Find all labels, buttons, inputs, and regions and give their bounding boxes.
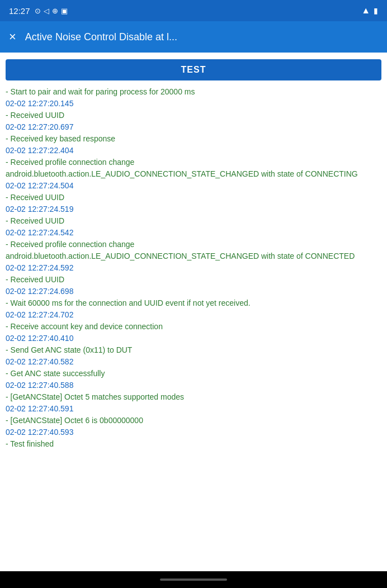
log-line-timestamp: 02-02 12:27:20.145 bbox=[6, 98, 375, 110]
screen-record-icon: ▣ bbox=[61, 7, 68, 15]
log-line-timestamp: 02-02 12:27:24.702 bbox=[6, 309, 375, 321]
phone-frame: 12:27 ⊙ ◁ ⊕ ▣ ▲ ▮ × Active Noise Control… bbox=[0, 0, 387, 588]
log-line-message: - Received profile connection change and… bbox=[6, 239, 375, 262]
bottom-bar bbox=[0, 571, 387, 588]
log-content: - Start to pair and wait for paring proc… bbox=[6, 86, 381, 450]
log-line-message: - [GetANCState] Octet 5 matches supporte… bbox=[6, 391, 375, 403]
page-title: Active Noise Control Disable at l... bbox=[25, 31, 378, 43]
log-line-message: - Wait 60000 ms for the connection and U… bbox=[6, 297, 375, 309]
status-time: 12:27 bbox=[9, 6, 30, 16]
log-line-timestamp: 02-02 12:27:24.698 bbox=[6, 286, 375, 297]
log-line-timestamp: 02-02 12:27:40.582 bbox=[6, 356, 375, 368]
log-line-timestamp: 02-02 12:27:24.504 bbox=[6, 180, 375, 192]
log-line-timestamp: 02-02 12:27:40.593 bbox=[6, 426, 375, 438]
log-line-timestamp: 02-02 12:27:40.588 bbox=[6, 380, 375, 391]
log-line-timestamp: 02-02 12:27:24.592 bbox=[6, 262, 375, 274]
log-line-message: - Received profile connection change and… bbox=[6, 157, 375, 180]
test-button[interactable]: TEST bbox=[6, 59, 381, 80]
log-line-message: - Send Get ANC state (0x11) to DUT bbox=[6, 344, 375, 356]
log-line-timestamp: 02-02 12:27:24.519 bbox=[6, 203, 375, 215]
log-line-message: - Test finished bbox=[6, 438, 375, 450]
alarm-icon: ⊙ bbox=[35, 7, 41, 15]
log-line-message: - Received UUID bbox=[6, 192, 375, 203]
status-bar-left: 12:27 ⊙ ◁ ⊕ ▣ bbox=[9, 6, 68, 16]
log-line-timestamp: 02-02 12:27:24.542 bbox=[6, 227, 375, 239]
close-button[interactable]: × bbox=[9, 30, 16, 44]
log-line-message: - Receive account key and device connect… bbox=[6, 321, 375, 333]
battery-icon: ▮ bbox=[374, 6, 378, 15]
log-line-timestamp: 02-02 12:27:20.697 bbox=[6, 121, 375, 133]
log-line-timestamp: 02-02 12:27:40.591 bbox=[6, 403, 375, 415]
status-bar-right: ▲ ▮ bbox=[361, 6, 378, 16]
log-line-message: - Received UUID bbox=[6, 274, 375, 286]
log-line-timestamp: 02-02 12:27:40.410 bbox=[6, 333, 375, 344]
vpn-icon: ⊕ bbox=[52, 7, 58, 15]
log-line-message: - [GetANCState] Octet 6 is 0b00000000 bbox=[6, 415, 375, 426]
status-bar: 12:27 ⊙ ◁ ⊕ ▣ ▲ ▮ bbox=[0, 0, 387, 21]
log-line-message: - Received key based response bbox=[6, 133, 375, 145]
wifi-icon: ▲ bbox=[361, 6, 370, 16]
log-line-message: - Get ANC state successfully bbox=[6, 368, 375, 380]
main-content: TEST - Start to pair and wait for paring… bbox=[0, 53, 387, 571]
log-line-message: - Received UUID bbox=[6, 215, 375, 227]
shield-icon: ◁ bbox=[44, 7, 49, 15]
log-line-timestamp: 02-02 12:27:22.404 bbox=[6, 145, 375, 157]
title-bar: × Active Noise Control Disable at l... bbox=[0, 21, 387, 53]
log-line-message: - Start to pair and wait for paring proc… bbox=[6, 86, 375, 98]
bottom-indicator bbox=[160, 578, 227, 581]
status-icons: ⊙ ◁ ⊕ ▣ bbox=[35, 7, 68, 15]
log-line-message: - Received UUID bbox=[6, 110, 375, 121]
log-area[interactable]: - Start to pair and wait for paring proc… bbox=[6, 86, 381, 566]
